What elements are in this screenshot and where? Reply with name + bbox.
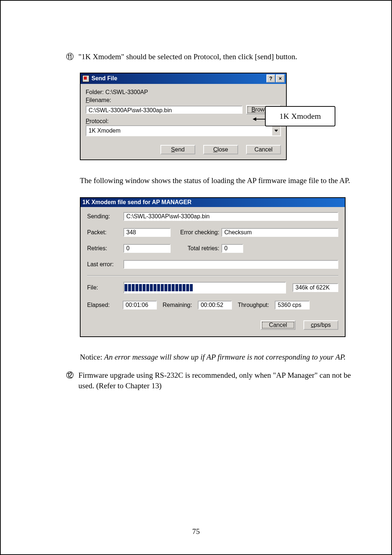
sending-value: C:\SWL-3300AP\swl-3300ap.bin [123,212,338,221]
step-11-number: ⑪ [66,52,78,62]
lasterror-value [123,260,338,269]
svg-marker-0 [274,130,278,132]
progress-titlebar: 1K Xmodem file send for AP MANAGER [81,198,345,207]
send-file-title: Send File [91,75,266,82]
packet-label: Packet: [87,229,123,236]
notice-text: Notice: An error message will show up if… [80,352,359,363]
caption-text: The following window shows the status of… [80,175,359,187]
retries-label: Retries: [87,245,123,252]
help-button[interactable]: ? [266,74,275,82]
chevron-down-icon[interactable] [271,126,280,135]
send-file-dialog: Send File ? × Folder: C:\SWL-3300AP File… [80,73,287,160]
step-11-text: "1K Xmodem" should be selected on Protoc… [78,52,297,62]
close-dialog-button[interactable]: Close [203,145,238,154]
protocol-value: 1K Xmodem [86,127,271,134]
file-progress-text: 346k of 622K [293,283,338,292]
errorchecking-value: Checksum [221,228,338,237]
step-12-number: ⑫ [66,370,78,380]
cpsbps-button[interactable]: cps/bps [303,320,338,330]
close-button[interactable]: × [276,74,285,82]
filename-label: Filename: [86,97,281,104]
page-number: 75 [1,527,391,536]
progress-title: 1K Xmodem file send for AP MANAGER [82,199,343,206]
separator [87,275,338,276]
elapsed-value: 00:01:06 [123,301,157,309]
remaining-value: 00:00:52 [198,301,232,309]
throughput-label: Throughput: [238,302,269,308]
elapsed-label: Elapsed: [87,302,117,308]
filename-input[interactable]: C:\SWL-3300AP\swl-3300ap.bin [86,106,242,114]
errorchecking-label: Error checking: [171,229,221,236]
send-file-titlebar: Send File ? × [81,73,286,84]
progress-dialog: 1K Xmodem file send for AP MANAGER Sendi… [80,197,346,337]
retries-value: 0 [123,244,171,253]
protocol-label: Protocol: [86,118,281,125]
cancel-button[interactable]: Cancel [246,145,281,154]
packet-value: 348 [123,228,171,237]
svg-marker-2 [253,117,256,121]
remaining-label: Remaining: [163,302,192,308]
send-button[interactable]: Send [160,145,195,154]
sending-label: Sending: [87,213,123,220]
protocol-select[interactable]: 1K Xmodem [86,125,281,136]
totalretries-label: Total retries: [171,245,221,252]
folder-label: Folder: C:\SWL-3300AP [86,89,281,96]
file-progressbar [123,282,286,293]
throughput-value: 5360 cps [275,301,310,309]
cancel-transfer-button[interactable]: Cancel [261,320,295,330]
lasterror-label: Last error: [87,261,123,268]
app-icon [82,75,89,82]
file-label: File: [87,284,117,291]
callout-box: 1K Xmodem [265,106,335,126]
step-12-text: Firmware upgrade using RS-232C is recomm… [78,370,359,391]
totalretries-value: 0 [221,244,243,253]
